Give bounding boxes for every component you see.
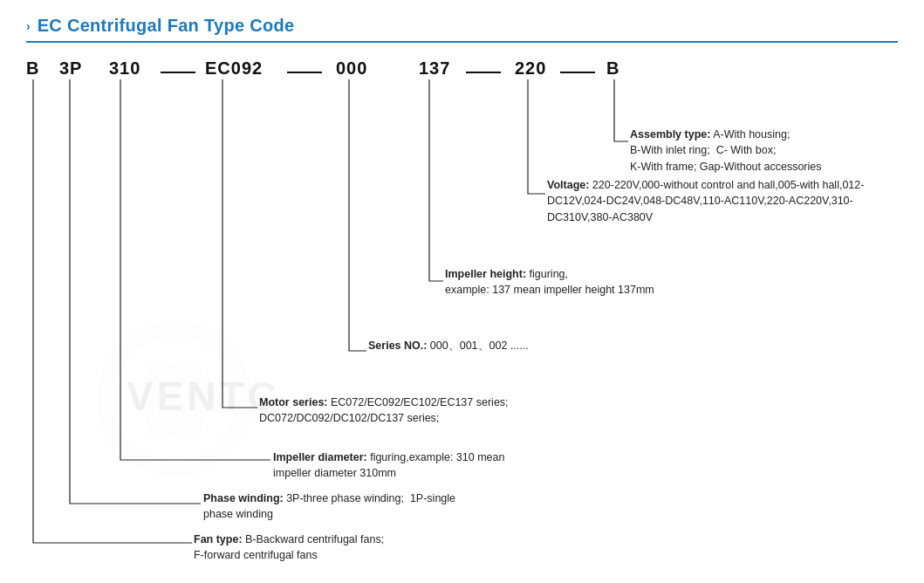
annotation-impeller-height: Impeller height: figuring,example: 137 m… (445, 266, 654, 299)
code-310: 310 (109, 58, 140, 79)
dash4: —— (557, 61, 599, 81)
page-container: › EC Centrifugal Fan Type Code VENTC B 3… (0, 0, 924, 583)
annotation-fan-type: Fan type: B-Backward centrifugal fans;F-… (194, 532, 384, 565)
code-137: 137 (419, 58, 450, 79)
annotation-motor-series: Motor series: EC072/EC092/EC102/EC137 se… (259, 394, 509, 428)
dash1: —— (157, 61, 199, 81)
code-B-final: B (606, 58, 619, 79)
diagram-area: VENTC B 3P 310 —— EC092 —— 000 (26, 58, 898, 565)
code-EC092: EC092 (205, 58, 263, 79)
annotation-phase-winding: Phase winding: 3P-three phase winding; 1… (203, 490, 455, 524)
annotation-impeller-diameter: Impeller diameter: figuring,example: 310… (273, 449, 504, 483)
title-row: › EC Centrifugal Fan Type Code (26, 16, 898, 36)
annotation-voltage: Voltage: 220-220V,000-without control an… (547, 177, 887, 226)
annotation-assembly: Assembly type: A-With housing;B-With inl… (630, 127, 822, 175)
annotation-series-no: Series NO.: 000、001、002 ...... (368, 338, 529, 354)
dash2: —— (284, 61, 325, 81)
title-arrow: › (26, 19, 31, 33)
dash3: —— (462, 61, 504, 81)
code-220: 220 (515, 58, 546, 79)
code-3P: 3P (59, 58, 82, 79)
title-divider (26, 41, 898, 43)
code-B: B (26, 58, 39, 79)
code-000: 000 (336, 58, 367, 79)
page-title: EC Centrifugal Fan Type Code (38, 16, 295, 36)
